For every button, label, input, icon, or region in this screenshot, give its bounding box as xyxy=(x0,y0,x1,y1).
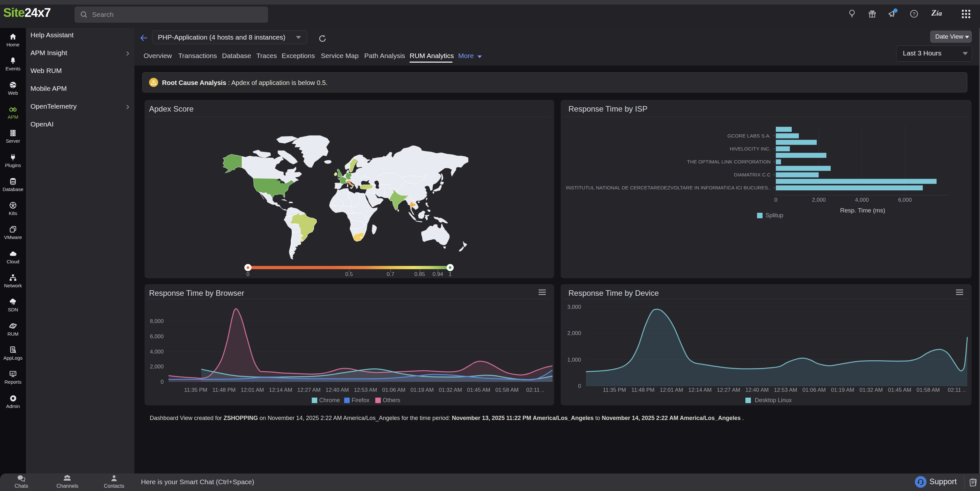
svg-text:1,000: 1,000 xyxy=(567,357,581,363)
svg-text:01:58 AM: 01:58 AM xyxy=(916,387,940,393)
svg-text:12:53 AM: 12:53 AM xyxy=(774,387,797,393)
svg-text:11:35 PM: 11:35 PM xyxy=(603,387,626,393)
svg-text:2,000: 2,000 xyxy=(567,330,581,336)
svg-text:12:40 AM: 12:40 AM xyxy=(745,387,769,393)
svg-text:3,000: 3,000 xyxy=(567,304,581,310)
svg-text:12:01 AM: 12:01 AM xyxy=(660,387,683,393)
svg-text:01:45 AM: 01:45 AM xyxy=(888,387,911,393)
svg-text:11:48 PM: 11:48 PM xyxy=(631,387,655,393)
svg-text:Desktop Linux: Desktop Linux xyxy=(755,397,792,403)
svg-text:01:19 AM: 01:19 AM xyxy=(831,387,854,393)
svg-text:0: 0 xyxy=(578,383,581,389)
svg-text:12:27 AM: 12:27 AM xyxy=(717,387,740,393)
svg-text:02:11 ..: 02:11 .. xyxy=(948,387,966,393)
svg-text:01:06 AM: 01:06 AM xyxy=(802,387,826,393)
svg-text:12:14 AM: 12:14 AM xyxy=(688,387,712,393)
svg-text:01:32 AM: 01:32 AM xyxy=(859,387,883,393)
